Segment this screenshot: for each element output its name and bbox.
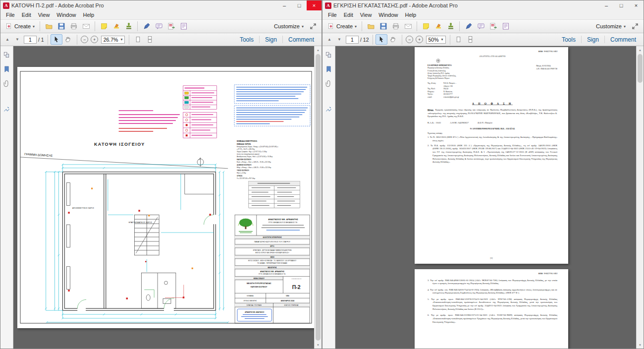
select-tool-button[interactable] <box>51 34 62 45</box>
menu-view[interactable]: View <box>35 11 54 18</box>
previous-page-button[interactable]: ▲ <box>324 35 334 45</box>
kad-afm-row: Κ.Α.Δ. : 10.61 Α.Φ.Μ.: 045982637 Δ.Ο.Υ.:… <box>428 121 557 123</box>
menu-edit[interactable]: Edit <box>18 11 35 18</box>
hand-tool-button[interactable] <box>62 34 74 45</box>
toolbar-separator <box>40 21 40 31</box>
signatures-button[interactable] <box>324 105 333 114</box>
stamp-button[interactable] <box>122 21 135 32</box>
toolbar-separator <box>129 35 129 45</box>
callout-button[interactable] <box>153 21 165 32</box>
document-canvas-right[interactable]: ΑΔΑ: 9ΞΔ27Λ6-ΞΔ3 ΑΝΑΡΤΗΤΕΑ ΣΤΟ ΔΙΑΔΙΚΤΥΟ… <box>335 46 644 349</box>
tab-tools[interactable]: Tools <box>556 33 581 46</box>
maximize-button[interactable]: □ <box>292 0 307 10</box>
single-page-view-button[interactable] <box>132 34 144 45</box>
titlebar-left[interactable]: A ΚΑΤΟΨΗ Π-2.pdf - Adobe Acrobat Pro – □… <box>0 0 322 10</box>
create-button[interactable]: Create ▾ <box>3 22 37 31</box>
toolbar-expand-button[interactable] <box>307 21 319 32</box>
open-button[interactable] <box>365 21 377 32</box>
titlebar-right[interactable]: A ΕΓΚΡΙΣΗ ΕΓΚΑΤΑΣΤΑΣΗΣ.pdf - Adobe Acrob… <box>322 0 644 10</box>
print-icon <box>70 22 78 30</box>
attachments-button[interactable] <box>324 79 333 88</box>
tab-sign[interactable]: Sign <box>260 33 282 46</box>
scroll-up-arrow[interactable]: ▲ <box>315 46 322 54</box>
scroll-down-arrow[interactable]: ▼ <box>315 341 322 349</box>
vertical-scrollbar[interactable]: ▲ ▼ <box>314 46 322 349</box>
task-pane-tabs: Tools Sign Comment <box>556 33 642 46</box>
caret-icon: ▾ <box>355 24 357 29</box>
highlight-button[interactable] <box>432 21 444 32</box>
single-page-view-button[interactable] <box>453 34 465 45</box>
hand-tool-button[interactable] <box>387 34 399 45</box>
vertical-scrollbar[interactable]: ▲ ▼ <box>636 46 644 349</box>
page-number-input[interactable]: 1 <box>24 36 37 44</box>
maximize-button[interactable]: □ <box>614 0 629 10</box>
page-thumbnails-button[interactable] <box>2 50 11 59</box>
sticky-note-button[interactable] <box>98 21 110 32</box>
page-number-footer: [1] <box>415 257 568 259</box>
toolbar-expand-button[interactable] <box>629 21 641 32</box>
zoom-level-select[interactable]: 26.7% ▾ <box>101 36 125 44</box>
navigation-pane <box>0 46 13 349</box>
create-button[interactable]: Create ▾ <box>325 22 359 31</box>
zoom-in-button[interactable]: + <box>90 35 100 45</box>
continuous-view-button[interactable] <box>465 34 477 45</box>
page-number-input[interactable]: 1 <box>346 36 359 44</box>
previous-page-button[interactable]: ▲ <box>2 35 12 45</box>
tab-sign[interactable]: Sign <box>582 33 604 46</box>
close-button[interactable]: × <box>629 0 644 10</box>
sticky-note-button[interactable] <box>420 21 432 32</box>
tab-tools[interactable]: Tools <box>234 33 259 46</box>
minimize-button[interactable]: – <box>599 0 614 10</box>
email-button[interactable] <box>402 21 414 32</box>
select-tool-button[interactable] <box>376 34 387 45</box>
sign-pen-button[interactable] <box>462 21 475 32</box>
menu-file[interactable]: File <box>2 11 18 18</box>
menu-view[interactable]: View <box>357 11 376 18</box>
scroll-up-arrow[interactable]: ▲ <box>637 46 644 54</box>
zoom-level-select[interactable]: 50% ▾ <box>426 36 446 44</box>
menu-help[interactable]: Help <box>401 11 420 18</box>
next-page-button[interactable]: ▼ <box>12 35 22 45</box>
forms-button[interactable] <box>177 21 190 32</box>
menu-edit[interactable]: Edit <box>340 11 357 18</box>
next-page-button[interactable]: ▼ <box>334 35 344 45</box>
attachments-button[interactable] <box>2 79 11 88</box>
menu-window[interactable]: Window <box>375 11 401 18</box>
tab-comment[interactable]: Comment <box>605 33 642 46</box>
tab-comment[interactable]: Comment <box>283 33 320 46</box>
zoom-out-button[interactable]: − <box>80 35 90 45</box>
blue-note-box-2 <box>234 106 310 126</box>
continuous-view-button[interactable] <box>144 34 156 45</box>
bookmarks-button[interactable] <box>324 64 333 73</box>
open-button[interactable] <box>43 21 55 32</box>
scrollbar-thumb[interactable] <box>316 54 321 341</box>
zoom-in-button[interactable]: + <box>415 35 425 45</box>
menu-file[interactable]: File <box>324 11 340 18</box>
bookmarks-button[interactable] <box>2 64 11 73</box>
minimize-button[interactable]: – <box>277 0 292 10</box>
customize-button[interactable]: Customize ▾ <box>271 22 307 30</box>
callout-button[interactable] <box>475 21 487 32</box>
menu-help[interactable]: Help <box>79 11 98 18</box>
page-thumbnails-button[interactable] <box>324 50 333 59</box>
document-canvas-left[interactable]: ΓΡΑΜΜΗ ΔΟΜΗΣΗΣ ΚΑΤΟΨΗ ΙΣΟΓΕΙΟΥ <box>13 46 322 349</box>
save-button[interactable] <box>377 21 389 32</box>
customize-button[interactable]: Customize ▾ <box>593 22 629 30</box>
forms-button[interactable] <box>499 21 512 32</box>
highlight-button[interactable] <box>110 21 122 32</box>
export-pdf-button[interactable] <box>165 21 177 32</box>
sign-pen-button[interactable] <box>140 21 153 32</box>
print-button[interactable] <box>389 21 402 32</box>
email-button[interactable] <box>80 21 92 32</box>
close-button[interactable]: × <box>307 0 322 10</box>
scrollbar-thumb[interactable] <box>638 54 643 83</box>
print-button[interactable] <box>67 21 80 32</box>
scroll-down-arrow[interactable]: ▼ <box>637 341 644 349</box>
save-button[interactable] <box>55 21 67 32</box>
stamp-button[interactable] <box>444 21 457 32</box>
export-pdf-button[interactable] <box>487 21 499 32</box>
signatures-button[interactable] <box>2 105 11 114</box>
zoom-out-button[interactable]: − <box>405 35 415 45</box>
menu-window[interactable]: Window <box>53 11 79 18</box>
dimension-lines <box>45 164 229 323</box>
